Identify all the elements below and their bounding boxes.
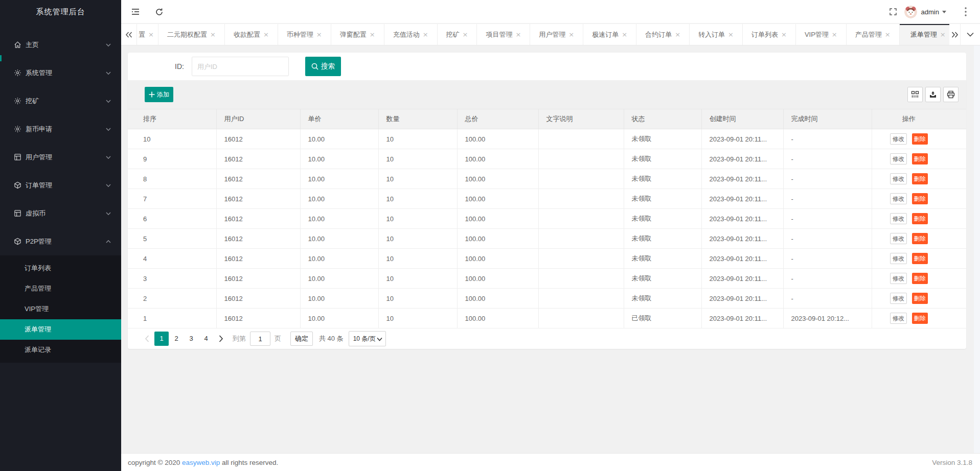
sidebar-subitem-订单列表[interactable]: 订单列表 bbox=[0, 258, 121, 278]
sidebar-subitem-派单管理[interactable]: 派单管理 bbox=[0, 319, 121, 340]
tabs-dropdown-icon[interactable] bbox=[960, 24, 980, 45]
confirm-button[interactable]: 确定 bbox=[290, 332, 313, 346]
layers-icon bbox=[14, 209, 21, 217]
sidebar-subitem-VIP管理[interactable]: VIP管理 bbox=[0, 299, 121, 319]
user-menu[interactable]: admin bbox=[904, 0, 946, 23]
cell-total: 100.00 bbox=[457, 209, 538, 229]
cell-created: 2023-09-01 20:11... bbox=[701, 209, 783, 229]
tab-订单列表[interactable]: 订单列表× bbox=[743, 24, 796, 45]
scrollbar-track[interactable] bbox=[974, 45, 980, 453]
jump-page-input[interactable] bbox=[250, 332, 270, 346]
close-icon[interactable]: × bbox=[263, 31, 269, 38]
tab-VIP管理[interactable]: VIP管理× bbox=[796, 24, 847, 45]
edit-button[interactable]: 修改 bbox=[890, 233, 907, 244]
tab-极速订单[interactable]: 极速订单× bbox=[583, 24, 636, 45]
edit-button[interactable]: 修改 bbox=[890, 293, 907, 304]
close-icon[interactable]: × bbox=[148, 31, 154, 38]
tab-合约订单[interactable]: 合约订单× bbox=[636, 24, 690, 45]
search-button[interactable]: 搜索 bbox=[305, 57, 341, 76]
close-icon[interactable]: × bbox=[832, 31, 837, 38]
sidebar-subitem-产品管理[interactable]: 产品管理 bbox=[0, 278, 121, 299]
close-icon[interactable]: × bbox=[370, 31, 375, 38]
edit-button[interactable]: 修改 bbox=[890, 273, 907, 284]
sidebar-item-虚拟币[interactable]: 虚拟币 bbox=[0, 199, 121, 227]
close-icon[interactable]: × bbox=[316, 31, 322, 38]
close-icon[interactable]: × bbox=[675, 31, 680, 38]
delete-button[interactable]: 删除 bbox=[912, 213, 928, 224]
close-icon[interactable]: × bbox=[515, 31, 521, 38]
refresh-icon[interactable] bbox=[149, 0, 169, 23]
tab-挖矿[interactable]: 挖矿× bbox=[438, 24, 477, 45]
page-2[interactable]: 2 bbox=[169, 332, 184, 346]
cell-actions: 修改删除 bbox=[872, 189, 966, 209]
sidebar-item-P2P管理[interactable]: P2P管理 bbox=[0, 227, 121, 255]
more-menu-icon[interactable] bbox=[955, 0, 976, 23]
tab-项目管理[interactable]: 项目管理× bbox=[477, 24, 530, 45]
close-icon[interactable]: × bbox=[940, 31, 946, 38]
cell-total: 100.00 bbox=[457, 129, 538, 149]
tab-用户管理[interactable]: 用户管理× bbox=[530, 24, 583, 45]
close-icon[interactable]: × bbox=[728, 31, 734, 38]
cube-icon bbox=[14, 238, 21, 245]
prev-page-icon[interactable] bbox=[145, 335, 149, 342]
close-icon[interactable]: × bbox=[568, 31, 574, 38]
add-button[interactable]: 添加 bbox=[145, 87, 173, 102]
delete-button[interactable]: 删除 bbox=[912, 313, 928, 324]
footer-link[interactable]: easyweb.vip bbox=[182, 459, 220, 466]
delete-button[interactable]: 删除 bbox=[912, 253, 928, 264]
edit-button[interactable]: 修改 bbox=[890, 253, 907, 264]
close-icon[interactable]: × bbox=[885, 31, 891, 38]
close-icon[interactable]: × bbox=[622, 31, 627, 38]
sidebar-item-新币申请[interactable]: 新币申请 bbox=[0, 115, 121, 143]
edit-button[interactable]: 修改 bbox=[890, 313, 907, 324]
tab-币种管理[interactable]: 币种管理× bbox=[278, 24, 331, 45]
close-icon[interactable]: × bbox=[423, 31, 428, 38]
tab-置[interactable]: 置× bbox=[137, 24, 158, 45]
sidebar-item-挖矿[interactable]: 挖矿 bbox=[0, 87, 121, 115]
tabs-scroll-left-icon[interactable] bbox=[121, 24, 137, 45]
delete-button[interactable]: 删除 bbox=[912, 293, 928, 304]
sidebar-item-系统管理[interactable]: 系统管理 bbox=[0, 59, 121, 87]
edit-button[interactable]: 修改 bbox=[890, 133, 907, 145]
next-page-icon[interactable] bbox=[219, 335, 223, 342]
sidebar-item-用户管理[interactable]: 用户管理 bbox=[0, 143, 121, 171]
tab-产品管理[interactable]: 产品管理× bbox=[847, 24, 900, 45]
edit-button[interactable]: 修改 bbox=[890, 193, 907, 204]
delete-button[interactable]: 删除 bbox=[912, 233, 928, 244]
tab-充值活动[interactable]: 充值活动× bbox=[384, 24, 438, 45]
fullscreen-icon[interactable] bbox=[883, 0, 903, 23]
edit-button[interactable]: 修改 bbox=[890, 153, 907, 164]
edit-button[interactable]: 修改 bbox=[890, 173, 907, 184]
columns-filter-icon[interactable] bbox=[907, 87, 923, 102]
cell-user_id: 16012 bbox=[216, 209, 300, 229]
page-3[interactable]: 3 bbox=[184, 332, 198, 346]
close-icon[interactable]: × bbox=[781, 31, 787, 38]
delete-button[interactable]: 删除 bbox=[912, 173, 928, 184]
tab-派单管理[interactable]: 派单管理× bbox=[900, 24, 949, 45]
delete-button[interactable]: 删除 bbox=[912, 273, 928, 284]
gear-icon bbox=[14, 97, 21, 105]
search-input[interactable] bbox=[192, 57, 289, 76]
page-size-select[interactable]: 10 条/页 bbox=[349, 331, 386, 346]
tab-弹窗配置[interactable]: 弹窗配置× bbox=[331, 24, 384, 45]
tab-二元期权配置[interactable]: 二元期权配置× bbox=[158, 24, 225, 45]
edit-button[interactable]: 修改 bbox=[890, 213, 907, 224]
tab-收款配置[interactable]: 收款配置× bbox=[225, 24, 278, 45]
tab-转入订单[interactable]: 转入订单× bbox=[690, 24, 743, 45]
cell-qty: 10 bbox=[378, 289, 457, 309]
close-icon[interactable]: × bbox=[210, 31, 216, 38]
close-icon[interactable]: × bbox=[463, 31, 468, 38]
export-icon[interactable] bbox=[925, 87, 941, 102]
delete-button[interactable]: 删除 bbox=[912, 193, 928, 204]
collapse-sidebar-icon[interactable] bbox=[125, 0, 146, 23]
sidebar-item-主页[interactable]: 主页 bbox=[0, 31, 121, 59]
delete-button[interactable]: 删除 bbox=[912, 153, 928, 164]
delete-button[interactable]: 删除 bbox=[912, 133, 928, 145]
sidebar-subitem-派单记录[interactable]: 派单记录 bbox=[0, 340, 121, 360]
tabs-scroll-right-icon[interactable] bbox=[949, 24, 960, 45]
print-icon[interactable] bbox=[943, 87, 959, 102]
sidebar-item-订单管理[interactable]: 订单管理 bbox=[0, 171, 121, 199]
page-1[interactable]: 1 bbox=[154, 332, 169, 346]
cell-finished: - bbox=[783, 229, 872, 249]
page-4[interactable]: 4 bbox=[199, 332, 213, 346]
